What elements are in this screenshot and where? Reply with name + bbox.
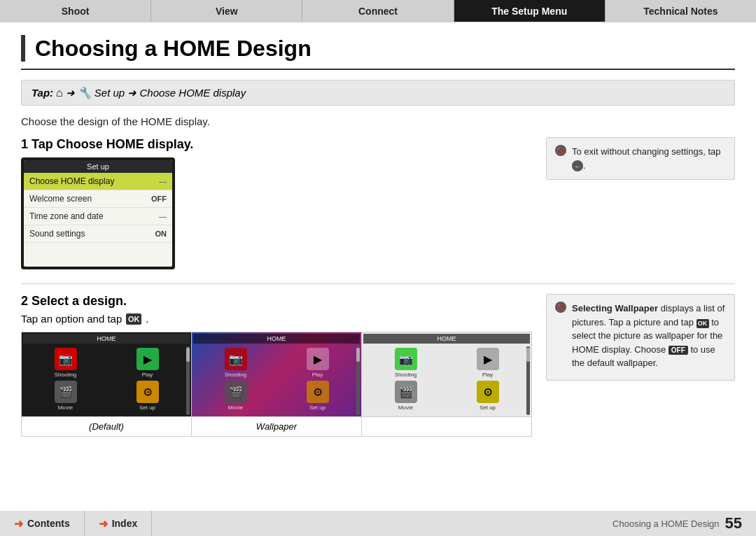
index-button[interactable]: ➜ Index xyxy=(85,511,153,536)
nav-setup-menu[interactable]: The Setup Menu xyxy=(454,0,606,22)
contents-arrow: ➜ xyxy=(14,517,23,530)
step1-right: 🚫 To exit without changing settings, tap… xyxy=(546,137,735,180)
note-icon: 🚫 xyxy=(555,145,566,156)
section-divider xyxy=(21,283,735,284)
setup-menu-screen-inner: Set up Choose HOME display — Welcome scr… xyxy=(24,160,172,267)
home-icon: ⌂ xyxy=(56,87,63,99)
step2-sub: Tap an option and tap OK . xyxy=(21,313,532,325)
page-title: Choosing a HOME Design xyxy=(21,35,735,70)
step1-left: 1 Tap Choose HOME display. Set up Choose… xyxy=(21,137,532,269)
contents-button[interactable]: ➜ Contents xyxy=(0,511,85,536)
home-screen-wallpaper: HOME 📷 Shooting ▶ Play xyxy=(192,332,362,437)
nav-connect[interactable]: Connect xyxy=(302,0,454,22)
home-screen-third-img: HOME 📷 Shooting ▶ Play xyxy=(362,332,531,416)
bottom-bar: ➜ Contents ➜ Index Choosing a HOME Desig… xyxy=(0,511,756,536)
play-icon: ▶ xyxy=(136,348,159,370)
page-description: Choose the design of the HOME display. xyxy=(21,115,735,127)
movie-icon-wp: 🎬 xyxy=(225,381,247,403)
shooting-icon-3: 📷 xyxy=(395,348,417,370)
menu-item-choose-home: Choose HOME display — xyxy=(24,173,172,190)
home-screen-default-img: HOME 📷 Shooting ▶ Play xyxy=(22,332,191,416)
page-number: 55 xyxy=(725,514,742,533)
step1-note-box: 🚫 To exit without changing settings, tap… xyxy=(546,137,735,180)
play-icon-3: ▶ xyxy=(477,348,499,370)
step2-note-box: 🚫 Selecting Wallpaper displays a list of… xyxy=(546,294,735,381)
step1-layout: 1 Tap Choose HOME display. Set up Choose… xyxy=(21,137,735,269)
page-footer-right: Choosing a HOME Design 55 xyxy=(612,514,756,533)
step2-right: 🚫 Selecting Wallpaper displays a list of… xyxy=(546,294,735,437)
off-badge-note: OFF xyxy=(668,346,688,355)
nav-shoot[interactable]: Shoot xyxy=(0,0,151,22)
setup-icon: 🔧 xyxy=(78,86,92,99)
note-icon-2: 🚫 xyxy=(555,302,566,313)
index-arrow: ➜ xyxy=(99,517,108,530)
home-screen-default: HOME 📷 Shooting ▶ Play xyxy=(22,332,192,437)
home-third-label xyxy=(362,416,531,437)
shooting-icon-wp: 📷 xyxy=(225,348,247,370)
ok-badge: OK xyxy=(126,313,141,325)
scrollbar xyxy=(186,346,190,415)
play-icon-wp: ▶ xyxy=(307,348,329,370)
step2-left: 2 Select a design. Tap an option and tap… xyxy=(21,294,532,437)
menu-item-sound: Sound settings ON xyxy=(24,225,172,243)
home-screen-third: HOME 📷 Shooting ▶ Play xyxy=(362,332,531,437)
bottom-nav-left: ➜ Contents ➜ Index xyxy=(0,511,152,536)
setup-menu-screenshot: Set up Choose HOME display — Welcome scr… xyxy=(21,157,175,269)
nav-view[interactable]: View xyxy=(151,0,302,22)
scrollbar-wp xyxy=(356,346,360,415)
nav-technical-notes[interactable]: Technical Notes xyxy=(606,0,756,22)
scrollbar-3 xyxy=(526,346,530,415)
home-screens-grid: HOME 📷 Shooting ▶ Play xyxy=(21,332,532,437)
tap-instruction-box: Tap: ⌂ ➜ 🔧 Set up ➜ Choose HOME display xyxy=(21,80,735,106)
setup-icon-home: ⚙ xyxy=(136,381,159,403)
setup-icon-wp: ⚙ xyxy=(307,381,329,403)
home-default-label: (Default) xyxy=(22,416,191,437)
movie-icon: 🎬 xyxy=(55,381,77,403)
title-bar-decoration xyxy=(21,35,25,62)
setup-menu-title: Set up xyxy=(24,160,172,173)
step1-heading: 1 Tap Choose HOME display. xyxy=(21,137,532,152)
step2-heading: 2 Select a design. xyxy=(21,294,532,309)
back-button-icon: ← xyxy=(572,160,583,171)
shooting-icon: 📷 xyxy=(55,348,77,370)
setup-icon-3: ⚙ xyxy=(477,381,499,403)
movie-icon-3: 🎬 xyxy=(395,381,417,403)
menu-item-welcome-screen: Welcome screen OFF xyxy=(24,190,172,208)
main-content: Choosing a HOME Design Tap: ⌂ ➜ 🔧 Set up… xyxy=(0,22,756,511)
ok-badge-note: OK xyxy=(696,319,709,328)
home-screen-wallpaper-img: HOME 📷 Shooting ▶ Play xyxy=(192,332,361,416)
home-wallpaper-label: Wallpaper xyxy=(192,416,361,437)
menu-item-timezone: Time zone and date — xyxy=(24,208,172,225)
step2-row: 2 Select a design. Tap an option and tap… xyxy=(21,294,735,437)
top-navigation: Shoot View Connect The Setup Menu Techni… xyxy=(0,0,756,22)
